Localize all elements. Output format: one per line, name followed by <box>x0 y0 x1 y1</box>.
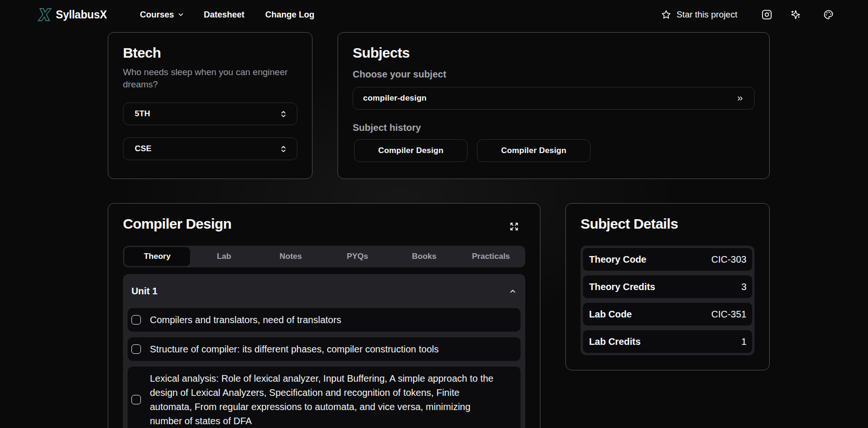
topic-list: Compilers and translators, need of trans… <box>123 308 525 428</box>
star-icon <box>661 10 671 19</box>
topic-checkbox[interactable] <box>131 395 141 404</box>
tab-notes[interactable]: Notes <box>257 247 324 266</box>
unit-title: Unit 1 <box>131 286 157 297</box>
subjects-card-title: Subjects <box>353 45 755 61</box>
subject-card-title: Compiler Design <box>123 216 231 232</box>
branch-select[interactable]: CSE <box>123 137 297 160</box>
palette-icon[interactable] <box>824 10 833 20</box>
sparkles-icon[interactable] <box>791 10 800 19</box>
subject-history-label: Subject history <box>353 122 755 133</box>
nav-link-changelog[interactable]: Change Log <box>265 10 314 20</box>
tab-lab[interactable]: Lab <box>191 247 257 266</box>
topic-row[interactable]: Lexical analysis: Role of lexical analyz… <box>128 367 521 428</box>
topic-text: Compilers and translators, need of trans… <box>150 313 341 327</box>
subject-search-input[interactable]: compiler-design <box>353 87 755 110</box>
chevrons-right-icon <box>736 94 744 103</box>
btech-card-subtitle: Who needs sleep when you can engineer dr… <box>123 66 297 91</box>
nav-courses-label: Courses <box>140 10 174 20</box>
detail-row: Theory Code CIC-303 <box>583 248 752 271</box>
chevrons-up-down-icon <box>279 110 287 118</box>
detail-value: CIC-351 <box>712 309 746 320</box>
tab-theory[interactable]: Theory <box>124 247 191 266</box>
subject-details-title: Subject Details <box>581 216 755 232</box>
topic-text: Structure of compiler: its different pha… <box>150 342 439 356</box>
detail-value: 3 <box>741 282 746 292</box>
subject-details-list: Theory Code CIC-303 Theory Credits 3 Lab… <box>581 246 755 355</box>
choose-subject-label: Choose your subject <box>353 69 755 80</box>
detail-row: Theory Credits 3 <box>583 275 752 298</box>
branch-select-value: CSE <box>135 144 152 154</box>
topic-row[interactable]: Compilers and translators, need of trans… <box>128 308 521 332</box>
nav-link-datesheet[interactable]: Datesheet <box>204 10 244 20</box>
detail-value: 1 <box>741 336 746 347</box>
detail-label: Theory Credits <box>589 282 655 292</box>
history-item-button[interactable]: Compiler Design <box>477 139 590 162</box>
tab-books[interactable]: Books <box>391 247 458 266</box>
subject-tabs: Theory Lab Notes PYQs Books Practicals <box>123 246 525 267</box>
subject-history-list: Compiler Design Compiler Design <box>353 139 755 162</box>
nav-changelog-label: Change Log <box>265 10 314 20</box>
chevron-up-icon <box>509 287 517 295</box>
subject-search-value: compiler-design <box>363 94 426 103</box>
semester-select-value: 5TH <box>135 109 150 119</box>
history-item-button[interactable]: Compiler Design <box>354 139 468 162</box>
nav-datesheet-label: Datesheet <box>204 10 244 20</box>
btech-card: Btech Who needs sleep when you can engin… <box>108 32 312 179</box>
unit-accordion: Unit 1 Compilers and translators, need o… <box>123 274 525 428</box>
semester-select[interactable]: 5TH <box>123 103 297 125</box>
topic-checkbox[interactable] <box>131 315 141 325</box>
navbar: SyllabusX Courses Datesheet Change Log S… <box>0 0 868 29</box>
tab-pyqs[interactable]: PYQs <box>324 247 391 266</box>
expand-icon[interactable] <box>510 222 519 231</box>
detail-row: Lab Code CIC-351 <box>583 303 752 325</box>
topic-checkbox[interactable] <box>131 344 141 354</box>
unit-accordion-header[interactable]: Unit 1 <box>123 274 525 308</box>
star-project-button[interactable]: Star this project <box>661 9 738 20</box>
detail-label: Lab Code <box>589 309 632 320</box>
topic-text: Lexical analysis: Role of lexical analyz… <box>150 371 502 428</box>
subject-card: Compiler Design Theory Lab Notes PYQs Bo… <box>108 203 540 428</box>
detail-row: Lab Credits 1 <box>583 330 752 353</box>
instagram-icon[interactable] <box>762 9 772 20</box>
topic-row[interactable]: Structure of compiler: its different pha… <box>128 337 521 361</box>
tab-practicals[interactable]: Practicals <box>458 247 524 266</box>
detail-value: CIC-303 <box>712 254 746 265</box>
chevron-down-icon <box>177 11 184 18</box>
chevrons-up-down-icon <box>279 145 287 153</box>
subject-details-card: Subject Details Theory Code CIC-303 Theo… <box>565 203 770 370</box>
x-logo-icon[interactable] <box>37 7 52 23</box>
detail-label: Lab Credits <box>589 336 641 347</box>
star-project-label: Star this project <box>677 9 738 20</box>
brand-name[interactable]: SyllabusX <box>56 9 107 21</box>
detail-label: Theory Code <box>589 254 646 265</box>
nav-link-courses[interactable]: Courses <box>140 10 184 20</box>
btech-card-title: Btech <box>123 45 297 61</box>
subjects-card: Subjects Choose your subject compiler-de… <box>338 32 770 179</box>
